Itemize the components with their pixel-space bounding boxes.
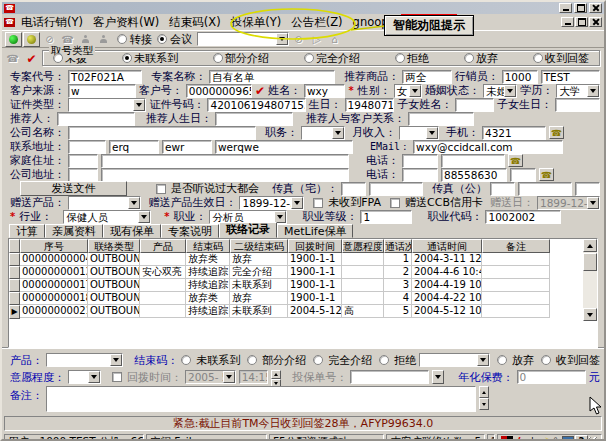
dial-mobile-button[interactable]: ☎ (549, 126, 564, 139)
tray-app-icon[interactable] (501, 436, 513, 441)
phone1-input-2[interactable] (441, 154, 505, 168)
phone2-input-3[interactable] (510, 168, 536, 182)
grid-header-cell[interactable]: 联络类型 (88, 239, 140, 253)
grid-header-cell[interactable]: 意愿程度 (342, 239, 384, 253)
chevron-down-icon[interactable] (276, 33, 288, 45)
answer-call-button[interactable] (5, 32, 22, 47)
grid-header-cell[interactable]: 回拨时间 (288, 239, 342, 253)
menu-item[interactable]: 投保单(Y) (226, 14, 287, 31)
home-addr-input-2[interactable] (101, 154, 349, 168)
conference-target-select[interactable] (197, 32, 289, 46)
tab-project-notes[interactable]: 专案说明 (161, 224, 219, 238)
income-select[interactable] (399, 126, 439, 140)
ccb-card-checkbox[interactable] (390, 198, 400, 208)
table-row[interactable]: 00000000018 OUTBOUND 放弃类 放弃 1900-1-1 4 2… (9, 292, 597, 305)
menu-item[interactable]: 客户资料(W) (88, 14, 164, 31)
reject-reason-select[interactable] (419, 353, 490, 367)
transfer-radio[interactable] (117, 34, 127, 44)
mobile-input[interactable]: 4321 (482, 126, 546, 140)
row-selector-cell[interactable]: ▶ (9, 305, 20, 319)
fax-home-input-2[interactable] (369, 182, 423, 196)
chevron-down-icon[interactable] (409, 85, 421, 97)
contact-addr-input-3[interactable]: ewr (162, 140, 212, 154)
product-rec-input[interactable]: 两全 (402, 70, 451, 84)
confirm-button[interactable]: ✔ (23, 51, 40, 66)
endcode-radio-0[interactable] (181, 355, 191, 365)
note-textarea[interactable] (46, 386, 476, 412)
verify-check-icon[interactable]: ✔ (255, 85, 265, 97)
email-input[interactable]: wxy@ccidcall.com (413, 140, 563, 154)
row-selector-cell[interactable] (9, 266, 20, 279)
table-row[interactable]: 00000000004 OUTBOUND 放弃类 放弃 1900-1-1 1 2… (9, 253, 597, 266)
contact-addr-input-2[interactable]: erq (109, 140, 159, 154)
phone2-input-2[interactable]: 88558630 (441, 168, 507, 182)
product-select[interactable] (46, 353, 123, 367)
child-close-icon[interactable] (589, 17, 602, 27)
row-selector-cell[interactable] (9, 292, 20, 305)
next-button[interactable]: ▷ (308, 32, 325, 47)
dialtype-radio-2[interactable] (213, 53, 223, 63)
dial-phone-button[interactable]: ☎ (4, 51, 21, 66)
agent-id-input[interactable]: 1000 (502, 70, 538, 84)
phone2-input-1[interactable] (402, 168, 438, 182)
prev-button[interactable]: ⊘ (290, 32, 307, 47)
hangup-call-button[interactable] (23, 32, 40, 47)
tab-relatives[interactable]: 亲属资料 (45, 224, 103, 238)
fax-office-input-1[interactable] (490, 182, 515, 196)
premium-input[interactable]: 0 (517, 370, 586, 384)
gender-select[interactable]: 女 (394, 84, 422, 98)
project-name-input[interactable]: 自有名单 (209, 70, 335, 84)
chevron-down-icon[interactable] (110, 354, 122, 366)
row-selector-cell[interactable] (9, 279, 20, 292)
fax-home-input-1[interactable] (341, 182, 366, 196)
tab-metlife-policy[interactable]: MetLife保单 (277, 224, 353, 238)
endcode-radio-5[interactable] (541, 355, 551, 365)
note-spinner[interactable] (479, 386, 489, 410)
agent2-button[interactable] (95, 32, 112, 47)
job-title-select[interactable] (301, 126, 345, 140)
spin-up-icon[interactable] (271, 370, 281, 379)
no-fpa-checkbox[interactable] (313, 198, 323, 208)
endcode-radio-1[interactable] (247, 355, 257, 365)
contact-addr-input-4[interactable]: werqwe (215, 140, 353, 154)
callback-checkbox[interactable] (112, 372, 122, 382)
chevron-down-icon[interactable] (426, 127, 438, 139)
grid-header-cell[interactable]: 备注 (482, 239, 550, 253)
resize-grip[interactable] (589, 437, 598, 441)
spin-up-icon[interactable] (479, 386, 489, 398)
birthday-input[interactable]: 19480715 (345, 98, 395, 112)
row-selector-cell[interactable] (9, 253, 20, 266)
close-icon[interactable] (589, 3, 602, 13)
dialtype-radio-6[interactable] (533, 53, 543, 63)
id-no-input[interactable]: 420106194807153284 (207, 98, 305, 112)
gift-date-select[interactable]: 1899-12-30 (239, 196, 304, 210)
chevron-down-icon[interactable] (587, 85, 599, 97)
cust-source-input[interactable]: w (68, 84, 136, 98)
menu-item[interactable]: 公告栏(Z) (286, 14, 347, 31)
grid-header-cell[interactable]: 通话次数 (384, 239, 412, 253)
policy-no-dropdown-icon[interactable] (432, 370, 444, 384)
child-minimize-icon[interactable] (561, 17, 574, 27)
chevron-down-icon[interactable] (133, 99, 145, 111)
marital-select[interactable]: 未婚 (483, 84, 517, 98)
referrer-input[interactable] (57, 112, 135, 126)
child-restore-icon[interactable] (575, 17, 588, 27)
cust-no-input[interactable]: 000000096591 (186, 84, 252, 98)
dialtype-radio-5[interactable] (464, 53, 474, 63)
endcode-radio-3[interactable] (379, 355, 389, 365)
policy-no-input[interactable] (350, 370, 428, 384)
company-input[interactable] (68, 126, 256, 140)
conference-radio[interactable] (157, 34, 167, 44)
contact-addr-input-1[interactable] (68, 140, 106, 154)
company-addr-input-1[interactable] (68, 168, 98, 182)
dialtype-radio-1[interactable] (122, 53, 132, 63)
home-addr-input-1[interactable] (68, 154, 98, 168)
chevron-down-icon[interactable] (128, 197, 140, 209)
dialtype-radio-4[interactable] (395, 53, 405, 63)
occ-code-input[interactable]: 1002002 (485, 210, 561, 224)
fax-office-input-2[interactable] (518, 182, 572, 196)
fax-office-input-3[interactable] (575, 182, 600, 196)
name-input[interactable]: wxy (304, 84, 345, 98)
grid-header-cell[interactable]: 通话时间 (412, 239, 482, 253)
occ-level-input[interactable]: 1 (360, 210, 412, 224)
